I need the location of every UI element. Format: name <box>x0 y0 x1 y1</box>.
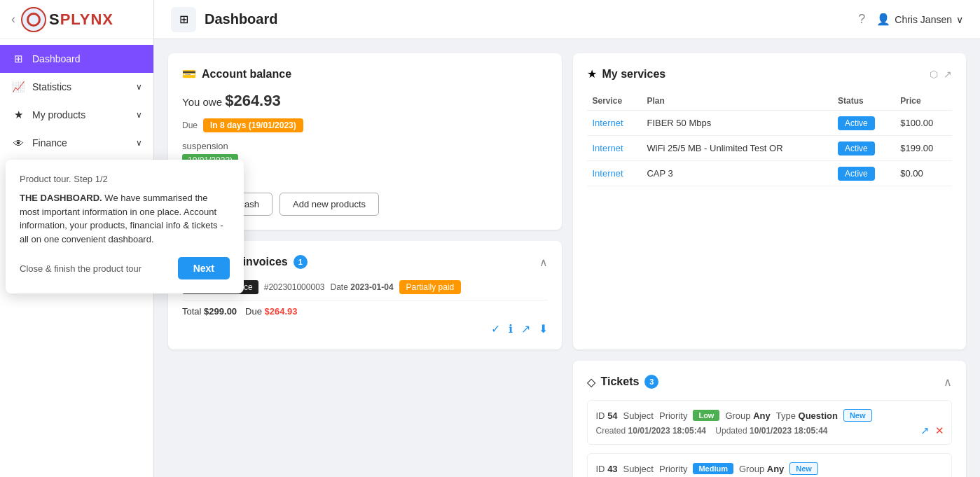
price-col-header: Price <box>895 92 952 111</box>
invoice-count-badge: 1 <box>294 255 308 269</box>
my-services-card: ★ My services ⬡ ↗ Service Plan Status Pr… <box>573 53 967 350</box>
finance-icon: 👁 <box>11 136 25 150</box>
page-title: Dashboard <box>205 11 277 27</box>
status-cell: Active <box>832 161 895 186</box>
invoice-date-label: Date 2023-01-04 <box>331 282 394 292</box>
price-cell: $0.00 <box>895 161 952 186</box>
sidebar-item-label: My products <box>32 109 85 120</box>
ticket-status-badge: New <box>843 409 872 422</box>
user-menu[interactable]: 👤 Chris Jansen ∨ <box>876 13 963 26</box>
main-area: ⊞ Dashboard ? 👤 Chris Jansen ∨ 💳 Account… <box>154 0 980 477</box>
balance-badges: Due In 8 days (19/01/2023) <box>182 118 548 132</box>
price-cell: $199.00 <box>895 136 952 161</box>
balance-amount: $264.93 <box>225 92 281 109</box>
ticket-priority-label: Priority <box>659 410 687 421</box>
help-icon[interactable]: ? <box>858 12 865 27</box>
tickets-card: ◇ Tickets 3 ∧ ID 54 Subject Priority Low… <box>573 361 967 477</box>
tour-close-button[interactable]: Close & finish the product tour <box>20 263 142 274</box>
tickets-title: Tickets 3 <box>601 375 659 389</box>
table-row: Internet FIBER 50 Mbps Active $100.00 <box>587 111 953 136</box>
tickets-collapse-icon[interactable]: ∧ <box>944 375 952 389</box>
ticket-id: ID 43 <box>596 464 618 474</box>
star-icon: ★ <box>11 108 25 122</box>
ticket-priority-badge: Low <box>693 410 719 421</box>
invoice-check-icon[interactable]: ✓ <box>491 322 500 336</box>
table-row: Internet WiFi 25/5 MB - Unlimited Test O… <box>587 136 953 161</box>
ticket-header: ID 54 Subject Priority Low Group Any Typ… <box>596 409 944 422</box>
invoice-external-icon[interactable]: ↗ <box>521 322 530 336</box>
ticket-close-icon[interactable]: ✕ <box>935 424 944 437</box>
balance-owe: You owe $264.93 <box>182 92 548 110</box>
invoice-total: Total $299.00 <box>182 306 237 317</box>
dashboard-icon: ⊞ <box>11 52 25 66</box>
credit-card-icon: 💳 <box>182 67 196 81</box>
chevron-down-icon: ∨ <box>136 110 142 120</box>
invoice-actions: ✓ ℹ ↗ ⬇ <box>182 322 548 336</box>
sidebar-item-statistics[interactable]: 📈 Statistics ∨ <box>0 73 153 101</box>
user-chevron-icon: ∨ <box>956 14 963 25</box>
ticket-status-badge: New <box>789 462 818 475</box>
chevron-down-icon: ∨ <box>136 138 142 148</box>
ticket-id: ID 54 <box>596 410 618 421</box>
services-export-icon[interactable]: ⬡ <box>930 69 938 80</box>
sidebar-item-label: Dashboard <box>32 53 81 64</box>
tour-next-button[interactable]: Next <box>178 257 230 279</box>
invoice-download-icon[interactable]: ⬇ <box>539 322 548 336</box>
service-cell: Internet <box>587 136 642 161</box>
status-cell: Active <box>832 136 895 161</box>
topbar: ⊞ Dashboard ? 👤 Chris Jansen ∨ <box>154 0 980 39</box>
suspension-info: suspension <box>182 141 548 151</box>
collapse-icon[interactable]: ∧ <box>539 256 548 269</box>
tour-footer: Close & finish the product tour Next <box>20 257 230 279</box>
logo-icon <box>21 7 46 32</box>
tour-step: Product tour. Step 1/2 <box>20 174 230 184</box>
ticket-external-icon[interactable]: ↗ <box>920 424 930 437</box>
plan-cell: WiFi 25/5 MB - Unlimited Test OR <box>641 136 832 161</box>
ticket-item: ID 54 Subject Priority Low Group Any Typ… <box>587 400 953 445</box>
content-area: 💳 Account balance You owe $264.93 Due In… <box>154 39 980 477</box>
tour-body: THE DASHBOARD. We have summarised the mo… <box>20 191 230 246</box>
sidebar-item-finance[interactable]: 👁 Finance ∨ <box>0 129 153 157</box>
invoice-due: Due $264.93 <box>245 306 297 317</box>
account-balance-header: 💳 Account balance <box>182 67 548 81</box>
sidebar-item-label: Finance <box>32 137 67 148</box>
ticket-group: Group Any <box>725 410 770 421</box>
back-icon[interactable]: ‹ <box>11 12 15 27</box>
services-table: Service Plan Status Price Internet FIBER… <box>587 92 953 186</box>
sidebar-item-dashboard[interactable]: ⊞ Dashboard <box>0 45 153 73</box>
table-row: Internet CAP 3 Active $0.00 <box>587 161 953 186</box>
status-badge: Active <box>838 167 875 181</box>
logo: SPLYNX <box>21 7 113 32</box>
price-cell: $100.00 <box>895 111 952 136</box>
due-label: Due <box>182 120 198 130</box>
plan-cell: CAP 3 <box>641 161 832 186</box>
invoice-info-icon[interactable]: ℹ <box>509 322 513 336</box>
ticket-header: ID 43 Subject Priority Medium Group Any … <box>596 462 944 475</box>
ticket-dates: Created 10/01/2023 18:05:44 Updated 10/0… <box>596 426 944 436</box>
plan-cell: FIBER 50 Mbps <box>641 111 832 136</box>
user-icon: 👤 <box>876 13 890 26</box>
due-date-badge: In 8 days (19/01/2023) <box>203 118 303 132</box>
topbar-left: ⊞ Dashboard <box>171 7 277 32</box>
invoice-totals: Total $299.00 Due $264.93 <box>182 306 548 317</box>
chevron-down-icon: ∨ <box>136 82 142 92</box>
ticket-group: Group Any <box>739 464 784 474</box>
sidebar-item-label: Statistics <box>32 81 71 92</box>
sidebar-item-my-products[interactable]: ★ My products ∨ <box>0 101 153 129</box>
status-badge: Active <box>838 141 875 155</box>
services-external-icon[interactable]: ↗ <box>944 69 952 80</box>
services-star-icon: ★ <box>587 67 597 81</box>
product-tour-popup: Product tour. Step 1/2 THE DASHBOARD. We… <box>6 160 244 293</box>
ticket-item: ID 43 Subject Priority Medium Group Any … <box>587 453 953 477</box>
ticket-priority-badge: Medium <box>693 463 733 474</box>
status-cell: Active <box>832 111 895 136</box>
ticket-subject-label: Subject <box>623 464 654 474</box>
status-badge: Active <box>838 116 875 130</box>
invoice-status-badge: Partially paid <box>399 280 462 294</box>
ticket-subject-label: Subject <box>623 410 654 421</box>
my-services-header: ★ My services ⬡ ↗ <box>587 67 953 81</box>
tickets-header: ◇ Tickets 3 ∧ <box>587 375 953 389</box>
add-products-button[interactable]: Add new products <box>279 193 379 216</box>
logo-text: SPLYNX <box>49 11 113 29</box>
service-cell: Internet <box>587 111 642 136</box>
